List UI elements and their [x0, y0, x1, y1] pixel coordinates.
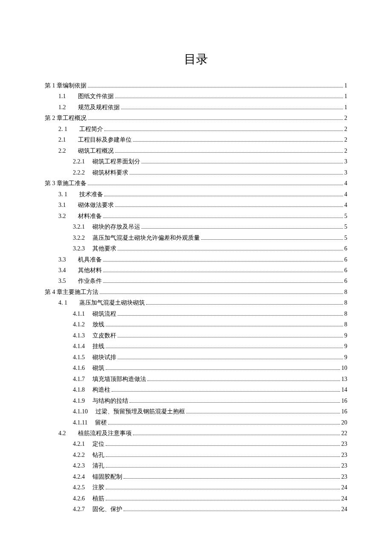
toc-entry-page: 6 [344, 265, 347, 276]
toc-leader-dots [118, 250, 343, 250]
toc-entry-page: 3 [344, 167, 347, 178]
toc-leader-dots [88, 87, 343, 87]
toc-entry-text: 填充墙顶部构造做法 [92, 374, 146, 384]
toc-entry-number: 1.1 [58, 91, 66, 102]
toc-entry-text: 砌筑材料要求 [92, 167, 128, 178]
toc-entry-page: 4 [344, 178, 347, 189]
toc-leader-dots [133, 435, 340, 435]
toc-entry-number: 2.2.2 [73, 167, 85, 178]
toc-entry-number: 4.2.5 [73, 482, 85, 493]
toc-leader-dots [115, 98, 343, 98]
toc-entry: 2.2砌筑工程概况2 [45, 145, 347, 156]
toc-entry-text: 砌筑工程界面划分 [92, 156, 140, 167]
toc-entry-number: 4.2.4 [73, 471, 85, 482]
toc-leader-dots [103, 261, 343, 262]
toc-leader-dots [130, 402, 340, 403]
toc-entry-page: 5 [344, 221, 347, 232]
toc-entry-text: 主要施工方法 [63, 287, 98, 297]
toc-entry: 4.2.2钻孔23 [45, 450, 347, 460]
toc-leader-dots [106, 445, 340, 446]
toc-entry-number: 1.2 [58, 102, 66, 113]
toc-entry-number: 4.1.8 [73, 384, 85, 395]
toc-entry-text: 砌筑流程 [92, 308, 116, 319]
toc-leader-dots [108, 424, 340, 424]
toc-entry: 4.1.4挂线9 [45, 341, 347, 352]
toc-entry-page: 6 [344, 276, 347, 286]
toc-entry: 4.1.8构造柱14 [45, 384, 347, 395]
toc-entry-page: 13 [341, 374, 347, 384]
toc-entry-page: 22 [341, 428, 347, 439]
toc-entry: 3.4其他材料6 [45, 265, 347, 276]
toc-entry-text: 图纸文件依据 [78, 91, 114, 102]
toc-leader-dots [106, 489, 340, 489]
toc-entry-number: 2.1 [58, 134, 66, 145]
toc-leader-dots [104, 131, 343, 131]
toc-entry-text: 编制依据 [63, 80, 86, 91]
toc-entry-number: 4.1.5 [73, 352, 85, 363]
toc-leader-dots [88, 185, 343, 185]
toc-entry-text: 其他材料 [78, 265, 102, 276]
toc-entry-text: 规范及规程依据 [78, 102, 120, 113]
toc-entry-text: 植筋 [92, 493, 104, 504]
toc-entry-number: 4.1.7 [73, 374, 85, 384]
toc-leader-dots [121, 109, 343, 109]
toc-entry-text: 砌筑工程概况 [78, 145, 114, 156]
toc-leader-dots [112, 391, 340, 392]
toc-entry-number: 4.1.1 [73, 308, 85, 319]
toc-entry-page: 24 [341, 504, 347, 514]
toc-entry-text: 工程目标及参建单位 [78, 134, 132, 145]
toc-entry-page: 6 [344, 254, 347, 265]
toc-entry: 4.1.10过梁、预留预埋及钢筋混凝土抱框16 [45, 406, 347, 417]
toc-entry: 3.3机具准备6 [45, 254, 347, 265]
toc-entry-number: 4.1.3 [73, 330, 85, 341]
toc-entry: 3.2材料准备5 [45, 211, 347, 221]
toc-entry-number: 3.5 [58, 276, 66, 286]
toc-entry-text: 材料准备 [78, 211, 102, 221]
toc-entry-page: 16 [341, 406, 347, 417]
toc-entry-page: 2 [344, 124, 347, 134]
toc-entry-page: 4 [344, 189, 347, 200]
toc-leader-dots [106, 348, 343, 348]
toc-entry: 4.2.1定位23 [45, 439, 347, 449]
toc-leader-dots [115, 206, 343, 207]
toc-entry-number: 4.1.4 [73, 341, 85, 352]
toc-leader-dots [124, 511, 340, 511]
toc-entry: 4.2.7固化、保护24 [45, 504, 347, 514]
toc-leader-dots [147, 381, 340, 381]
toc-entry-number: 4.1.11 [73, 417, 87, 428]
toc-entry-number: 2. 1 [58, 124, 67, 134]
toc-entry: 3.2.2蒸压加气混凝土砌块允许偏差和外观质量5 [45, 232, 347, 243]
toc-entry-number: 3.1 [58, 200, 66, 210]
toc-entry-text: 施工准备 [63, 178, 86, 189]
toc-entry-number: 4.2 [58, 428, 66, 439]
toc-entry-page: 9 [344, 352, 347, 363]
toc-entry: 4.1.11留槎20 [45, 417, 347, 428]
toc-entry: 2.2.1砌筑工程界面划分3 [45, 156, 347, 167]
toc-leader-dots [106, 369, 340, 370]
toc-entry-text: 注胶 [92, 482, 104, 493]
toc-entry: 第 1 章编制依据1 [45, 80, 347, 91]
toc-leader-dots [130, 174, 343, 174]
toc-entry-page: 8 [344, 287, 347, 297]
toc-entry-text: 锚固胶配制 [92, 471, 122, 482]
toc-entry-number: 4.1.10 [73, 406, 88, 417]
toc-entry-page: 1 [344, 102, 347, 113]
toc-entry-page: 23 [341, 471, 347, 482]
toc-entry: 4.2.4锚固胶配制23 [45, 471, 347, 482]
toc-entry-text: 立皮数杆 [92, 330, 116, 341]
toc-leader-dots [146, 304, 343, 305]
toc-entry-page: 1 [344, 80, 347, 91]
toc-leader-dots [88, 119, 343, 120]
toc-entry: 3.2.1砌块的存放及吊运5 [45, 221, 347, 232]
toc-entry-page: 24 [341, 493, 347, 504]
toc-entry: 3.5作业条件6 [45, 276, 347, 286]
toc-entry-text: 蒸压加气混凝土砌块砌筑 [79, 297, 145, 308]
toc-entry-text: 作业条件 [78, 276, 102, 286]
toc-entry: 4.1.2放线8 [45, 319, 347, 330]
toc-entry-page: 24 [341, 482, 347, 493]
toc-entry-page: 23 [341, 450, 347, 460]
toc-entry-page: 20 [341, 417, 347, 428]
toc-entry-number: 第 4 章 [45, 287, 63, 297]
toc-leader-dots [141, 163, 343, 163]
toc-entry-number: 4.2.2 [73, 450, 85, 460]
